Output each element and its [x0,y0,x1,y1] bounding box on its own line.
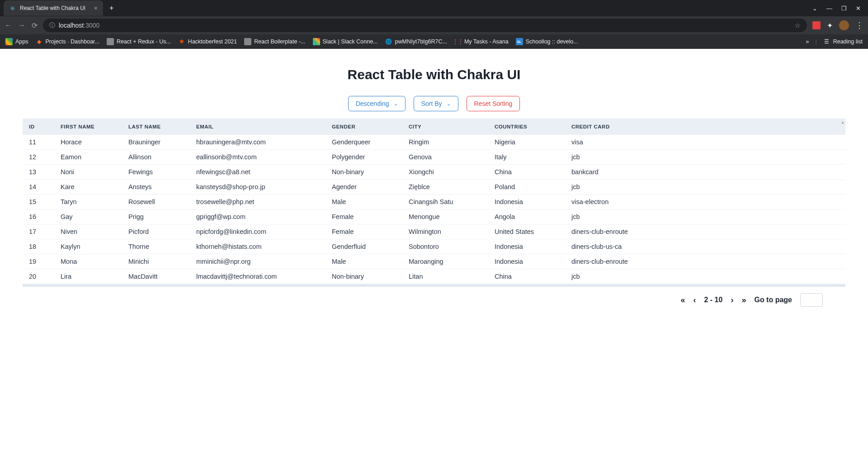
col-city[interactable]: CITY [402,119,488,135]
next-page-icon[interactable]: › [731,295,733,305]
col-email[interactable]: EMAIL [190,119,326,135]
new-tab-button[interactable]: + [109,4,113,12]
cell-country: Poland [488,180,565,195]
cell-card: jcb [565,209,845,224]
cell-email: trosewelle@php.net [190,195,326,209]
cell-gender: Genderfluid [326,239,402,254]
cell-last: Brauninger [122,135,190,150]
cell-gender: Genderqueer [326,135,402,150]
cell-email: kthorneh@histats.com [190,239,326,254]
col-countries[interactable]: COUNTRIES [488,119,565,135]
cell-email: nfewingsc@a8.net [190,165,326,180]
cell-card: diners-club-enroute [565,224,845,239]
cell-first: Eamon [54,150,122,165]
cell-city: Litan [402,269,488,284]
chevron-down-icon: ⌄ [394,101,398,107]
cell-first: Mona [54,254,122,269]
table-container: ▴ ID FIRST NAME LAST NAME EMAIL GENDER C… [23,119,845,284]
browser-toolbar: ← → ⟳ ⓘ localhost:3000 ☆ ✦ ⋮ [0,16,868,34]
prev-page-icon[interactable]: ‹ [693,295,696,305]
cell-country: China [488,269,565,284]
bookmark-hacktoberfest[interactable]: ✱ Hacktoberfest 2021 [178,38,237,45]
cell-first: Niven [54,224,122,239]
bookmark-apps[interactable]: Apps [5,38,28,45]
reading-list-button[interactable]: ☰ Reading list [823,38,863,45]
bookmark-react-redux[interactable]: React + Redux - Us... [107,38,171,45]
cell-city: Zięblce [402,180,488,195]
cell-card: diners-club-us-ca [565,239,845,254]
browser-chrome: ⚛ React Table with Chakra UI × + ⌄ — ❐ ✕… [0,0,868,49]
table-header: ID FIRST NAME LAST NAME EMAIL GENDER CIT… [23,119,845,135]
cell-first: Gay [54,209,122,224]
cell-id: 12 [23,150,54,165]
bookmark-label: Hacktoberfest 2021 [188,38,237,45]
go-to-page-input[interactable] [800,293,823,307]
cell-email: kansteysd@shop-pro.jp [190,180,326,195]
table-row: 15TarynRosewelltrosewelle@php.netMaleCin… [23,195,845,209]
cell-country: Nigeria [488,135,565,150]
sort-by-dropdown[interactable]: Sort By ⌄ [414,96,458,111]
cell-card: jcb [565,269,845,284]
table-row: 12EamonAllinsoneallinsonb@mtv.comPolygen… [23,150,845,165]
minimize-icon[interactable]: — [826,5,832,12]
bookmark-label: React + Redux - Us... [117,38,171,45]
col-gender[interactable]: GENDER [326,119,402,135]
bookmarks-overflow-icon[interactable]: » [806,38,809,45]
last-page-icon[interactable]: » [741,295,746,305]
cell-country: Indonesia [488,195,565,209]
bookmark-boilerplate[interactable]: React Boilerplate -... [244,38,305,45]
cell-card: diners-club-enroute [565,254,845,269]
scroll-up-icon[interactable]: ▴ [842,120,844,124]
cell-gender: Non-binary [326,269,402,284]
bookmark-label: Schoollog :: develo... [526,38,578,45]
cell-id: 15 [23,195,54,209]
table-body: 11HoraceBrauningerhbrauningera@mtv.comGe… [23,135,845,284]
bookmark-pwmn[interactable]: 🌐 pwMNIyt7bIg6R7C... [385,38,447,45]
cell-card: visa [565,135,845,150]
table-row: 16GayPrigggpriggf@wp.comFemaleMenongueAn… [23,209,845,224]
gitlab-icon: ◆ [36,38,43,45]
cell-id: 20 [23,269,54,284]
cell-city: Xiongchi [402,165,488,180]
first-page-icon[interactable]: « [680,295,685,305]
back-icon[interactable]: ← [5,21,12,30]
nav-buttons: ← → ⟳ [5,21,38,30]
col-last-name[interactable]: LAST NAME [122,119,190,135]
bookmark-star-icon[interactable]: ☆ [795,22,801,29]
bookmark-schoollog[interactable]: SL Schoollog :: develo... [516,38,578,45]
reset-sorting-label: Reset Sorting [474,100,513,107]
chevron-down-icon[interactable]: ⌄ [812,5,817,12]
cell-last: MacDavitt [122,269,190,284]
reading-list-label: Reading list [833,38,863,45]
bookmark-asana[interactable]: ⋮⋮ My Tasks - Asana [454,38,509,45]
bookmark-slack[interactable]: Slack | Slack Conne... [313,38,378,45]
cell-email: eallinsonb@mtv.com [190,150,326,165]
info-icon[interactable]: ⓘ [49,21,55,29]
reload-icon[interactable]: ⟳ [32,21,38,30]
page-content: React Table with Chakra UI Descending ⌄ … [0,49,868,325]
cell-gender: Polygender [326,150,402,165]
pagination: « ‹ 2 - 10 › » Go to page [23,287,845,307]
close-window-icon[interactable]: ✕ [856,5,861,12]
cell-gender: Female [326,209,402,224]
extension-icon[interactable] [812,21,821,29]
col-id[interactable]: ID [23,119,54,135]
cell-first: Taryn [54,195,122,209]
reset-sorting-button[interactable]: Reset Sorting [467,96,520,111]
bookmark-projects[interactable]: ◆ Projects · Dashboar... [36,38,100,45]
address-bar[interactable]: ⓘ localhost:3000 ☆ [43,19,807,32]
close-tab-icon[interactable]: × [94,5,98,12]
cell-card: jcb [565,180,845,195]
extensions-icon[interactable]: ✦ [827,21,833,30]
menu-dots-icon[interactable]: ⋮ [855,20,863,30]
cell-city: Menongue [402,209,488,224]
profile-avatar[interactable] [839,20,849,30]
table-row: 17NivenPicfordnpicfordg@linkedin.comFema… [23,224,845,239]
forward-icon[interactable]: → [18,21,25,30]
col-first-name[interactable]: FIRST NAME [54,119,122,135]
col-credit-card[interactable]: CREDIT CARD [565,119,845,135]
descending-dropdown[interactable]: Descending ⌄ [348,96,406,111]
browser-tab[interactable]: ⚛ React Table with Chakra UI × [4,0,103,16]
maximize-icon[interactable]: ❐ [841,5,847,12]
cell-city: Maroanging [402,254,488,269]
